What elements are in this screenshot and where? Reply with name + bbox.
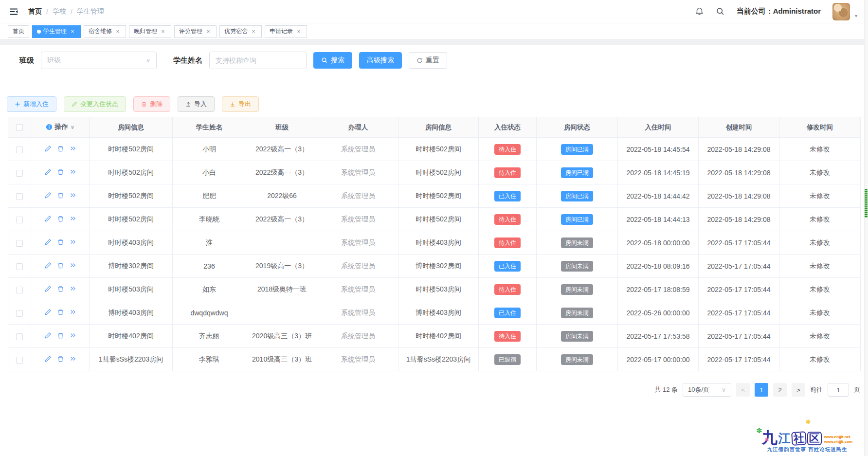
more-actions-chevrons-icon[interactable] xyxy=(70,309,76,315)
room-info-cell: 时时楼402房间 xyxy=(90,325,173,348)
tab-dorm-repair[interactable]: 宿舍维修 × xyxy=(84,25,126,38)
checkin-status-badge: 已入住 xyxy=(494,261,521,272)
refresh-icon xyxy=(416,57,423,64)
page-scrollbar-thumb[interactable] xyxy=(865,189,868,218)
close-tab-icon[interactable]: × xyxy=(69,28,76,35)
delete-button[interactable]: 删除 xyxy=(133,96,170,112)
row-checkbox[interactable] xyxy=(16,263,23,270)
more-actions-chevrons-icon[interactable] xyxy=(70,145,76,152)
student-name-input[interactable] xyxy=(209,52,307,69)
more-actions-chevrons-icon[interactable] xyxy=(70,262,76,269)
row-checkbox[interactable] xyxy=(16,333,23,340)
tab-score-management[interactable]: 评分管理 × xyxy=(174,25,217,38)
close-tab-icon[interactable]: × xyxy=(250,28,257,35)
checkin-time-cell: 2022-05-18 14:45:54 xyxy=(618,138,699,161)
tab-application-records[interactable]: 申请记录 × xyxy=(265,25,307,38)
delete-row-icon[interactable] xyxy=(57,168,64,176)
close-tab-icon[interactable]: × xyxy=(160,28,166,35)
page-button-2[interactable]: 2 xyxy=(773,383,787,397)
tab-late-return[interactable]: 晚归管理 × xyxy=(129,25,171,38)
table-row: 时时楼502房间 李晓晓 2022级高一（3） 系统管理员 时时楼502房间 待… xyxy=(8,208,861,231)
close-tab-icon[interactable]: × xyxy=(295,28,302,35)
search-button[interactable]: 搜索 xyxy=(313,52,352,69)
page-size-select[interactable]: 10条/页 ∨ xyxy=(683,383,731,397)
delete-row-icon[interactable] xyxy=(57,332,64,339)
add-checkin-label: 新增入住 xyxy=(23,100,49,109)
logo-char: 社 xyxy=(791,431,807,446)
row-checkbox[interactable] xyxy=(16,357,23,364)
user-avatar[interactable] xyxy=(832,3,850,20)
download-icon xyxy=(230,101,235,107)
more-actions-chevrons-icon[interactable] xyxy=(70,285,76,292)
row-checkbox[interactable] xyxy=(16,240,23,247)
tags-view-bar: 首页 学生管理 × 宿舍维修 × 晚归管理 × 评分管理 × 优秀宿舍 × 申请… xyxy=(0,23,868,40)
row-checkbox[interactable] xyxy=(16,287,23,293)
edit-row-icon[interactable] xyxy=(44,332,52,339)
reset-button[interactable]: 重置 xyxy=(409,52,447,69)
table-action-toolbar: 新增入住 变更入住状态 删除 导入 导出 xyxy=(7,96,868,112)
delete-row-icon[interactable] xyxy=(57,238,64,246)
collapse-sidebar-icon[interactable] xyxy=(9,7,18,17)
select-all-checkbox[interactable] xyxy=(16,124,23,131)
more-actions-chevrons-icon[interactable] xyxy=(70,355,76,362)
row-checkbox[interactable] xyxy=(16,310,23,317)
bell-icon[interactable] xyxy=(695,7,704,16)
advanced-search-label: 高级搜索 xyxy=(367,56,394,65)
edit-row-icon[interactable] xyxy=(44,192,52,199)
more-actions-chevrons-icon[interactable] xyxy=(70,238,76,245)
add-checkin-button[interactable]: 新增入住 xyxy=(7,96,56,112)
row-checkbox[interactable] xyxy=(16,217,23,223)
more-actions-chevrons-icon[interactable] xyxy=(70,215,76,222)
delete-row-icon[interactable] xyxy=(57,215,64,222)
search-icon[interactable] xyxy=(716,7,725,16)
more-actions-chevrons-icon[interactable] xyxy=(70,168,76,175)
class-filter-label: 班级 xyxy=(19,56,34,65)
chevron-down-icon: ∨ xyxy=(146,57,150,64)
edit-row-icon[interactable] xyxy=(44,285,52,292)
edit-row-icon[interactable] xyxy=(44,238,52,246)
created-time-cell: 2022-05-17 17:05:44 xyxy=(699,348,779,371)
row-checkbox[interactable] xyxy=(16,146,23,153)
delete-row-icon[interactable] xyxy=(57,309,64,316)
prev-page-button[interactable]: < xyxy=(736,383,750,397)
edit-row-icon[interactable] xyxy=(44,355,52,363)
edit-row-icon[interactable] xyxy=(44,262,52,269)
class-select[interactable]: 班级 ∨ xyxy=(41,52,157,69)
next-page-button[interactable]: > xyxy=(792,383,805,397)
edit-row-icon[interactable] xyxy=(44,215,52,222)
edit-row-icon[interactable] xyxy=(44,145,52,152)
row-checkbox[interactable] xyxy=(16,170,23,177)
delete-row-icon[interactable] xyxy=(57,192,64,199)
top-header-bar: 首页 / 学校 / 学生管理 当前公司：Administrator ▾ xyxy=(0,0,868,23)
edit-row-icon[interactable] xyxy=(44,309,52,316)
close-tab-icon[interactable]: × xyxy=(114,28,121,35)
breadcrumb-current: 学生管理 xyxy=(77,7,104,16)
goto-page-input[interactable] xyxy=(828,383,849,397)
room-info-cell-2: 时时楼502房间 xyxy=(398,208,479,231)
import-button[interactable]: 导入 xyxy=(178,96,215,112)
room-info-cell-2: 时时楼502房间 xyxy=(398,184,479,208)
avatar-caret-down-icon[interactable]: ▾ xyxy=(855,13,857,18)
close-tab-icon[interactable]: × xyxy=(205,28,212,35)
room-info-cell: 时时楼503房间 xyxy=(90,278,173,301)
delete-row-icon[interactable] xyxy=(57,355,64,363)
delete-row-icon[interactable] xyxy=(57,285,64,292)
page-button-1[interactable]: 1 xyxy=(755,383,768,397)
tab-student-management[interactable]: 学生管理 × xyxy=(32,25,81,38)
handler-cell: 系统管理员 xyxy=(318,325,398,348)
delete-row-icon[interactable] xyxy=(57,145,64,152)
tab-home[interactable]: 首页 xyxy=(8,25,29,38)
more-actions-chevrons-icon[interactable] xyxy=(70,192,76,199)
column-settings-caret-icon[interactable]: ∨ xyxy=(71,124,75,130)
tab-excellent-dorm[interactable]: 优秀宿舍 × xyxy=(219,25,262,38)
checkin-status-badge: 待入住 xyxy=(494,144,521,155)
change-checkin-status-button[interactable]: 变更入住状态 xyxy=(64,96,126,112)
export-button[interactable]: 导出 xyxy=(222,96,259,112)
edit-row-icon[interactable] xyxy=(44,168,52,176)
advanced-search-button[interactable]: 高级搜索 xyxy=(359,52,402,69)
row-checkbox[interactable] xyxy=(16,193,23,200)
more-actions-chevrons-icon[interactable] xyxy=(70,332,76,339)
delete-row-icon[interactable] xyxy=(57,262,64,269)
table-row: 博时楼403房间 dwqdqwdwq 系统管理员 博时楼403房间 已入住 房间… xyxy=(8,301,861,325)
breadcrumb-home[interactable]: 首页 xyxy=(28,7,42,16)
